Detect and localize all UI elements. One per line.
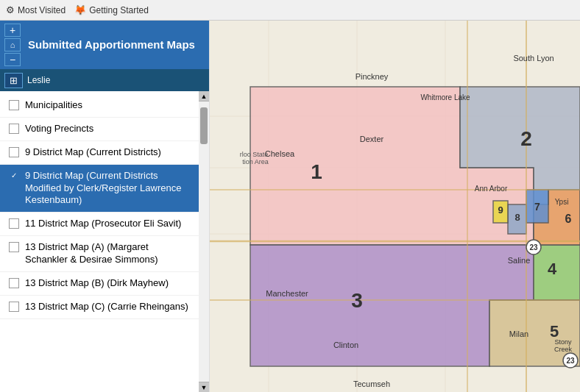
svg-text:Chelsea: Chelsea	[265, 149, 295, 158]
svg-text:23: 23	[566, 357, 575, 365]
svg-text:Dexter: Dexter	[360, 135, 384, 143]
svg-text:Pinckney: Pinckney	[356, 72, 389, 81]
getting-started-label: Getting Started	[89, 5, 149, 15]
checkbox-13-district-c[interactable]	[9, 302, 19, 312]
nav-plus-button[interactable]: +	[4, 24, 21, 37]
scroll-up-button[interactable]: ▲	[199, 91, 209, 101]
label-9-district-current: 9 District Map (Current Districts)	[25, 146, 190, 159]
svg-text:Tecumseh: Tecumseh	[353, 379, 390, 388]
svg-text:South Lyon: South Lyon	[513, 54, 554, 63]
label-13-district-c: 13 District Map (C) (Carrie Rheingans)	[25, 301, 190, 313]
svg-text:7: 7	[534, 201, 540, 213]
sidebar-item-9-district-current[interactable]: 9 District Map (Current Districts)	[0, 141, 199, 165]
svg-text:tion Area: tion Area	[242, 158, 269, 165]
most-visited-label: Most Visited	[18, 5, 66, 15]
svg-text:4: 4	[548, 260, 557, 278]
sidebar-item-13-district-b[interactable]: 13 District Map (B) (Dirk Mayhew)	[0, 272, 199, 296]
svg-text:Ypsi: Ypsi	[555, 198, 569, 206]
svg-text:6: 6	[565, 213, 572, 225]
sidebar-list: Municipalities Voting Precincts 9 Distri…	[0, 91, 199, 392]
sidebar-item-municipalities[interactable]: Municipalities	[0, 94, 199, 118]
nav-minus-button[interactable]: −	[4, 53, 21, 66]
svg-text:1: 1	[311, 160, 322, 183]
nav-home-button[interactable]: ⌂	[4, 38, 21, 51]
map-svg: 1 2 3 4 5 6 7 8 9 23 23 Pinckney South L…	[210, 21, 580, 392]
checkbox-9-district-modified[interactable]	[9, 171, 19, 181]
firefox-icon: 🦊	[74, 4, 86, 15]
svg-text:Stony: Stony	[554, 338, 572, 346]
layer-icon-button[interactable]: ⊞	[4, 73, 23, 88]
label-municipalities: Municipalities	[25, 99, 190, 112]
svg-text:9: 9	[498, 204, 503, 215]
scroll-down-button[interactable]: ▼	[199, 382, 209, 392]
svg-text:Creek: Creek	[554, 346, 573, 353]
svg-marker-12	[534, 245, 580, 300]
browser-toolbar: ⚙ Most Visited 🦊 Getting Started	[0, 0, 580, 21]
label-11-district: 11 District Map (Prosecutor Eli Savit)	[25, 218, 190, 230]
sidebar: + ⌂ − Submitted Apportionment Maps ⊞ Les…	[0, 21, 210, 392]
svg-text:Milan: Milan	[509, 329, 528, 338]
svg-text:Saline: Saline	[508, 256, 531, 265]
main-content: + ⌂ − Submitted Apportionment Maps ⊞ Les…	[0, 21, 580, 392]
checkbox-13-district-b[interactable]	[9, 278, 19, 288]
svg-text:Ann Arbor: Ann Arbor	[475, 185, 508, 193]
scroll-thumb[interactable]	[200, 107, 208, 144]
most-visited-item[interactable]: ⚙ Most Visited	[6, 4, 66, 15]
sidebar-item-11-district[interactable]: 11 District Map (Prosecutor Eli Savit)	[0, 213, 199, 236]
svg-text:3: 3	[351, 289, 363, 312]
label-9-district-modified: 9 District Map (Current Districts Modifi…	[25, 170, 190, 207]
sidebar-header-title: Submitted Apportionment Maps	[28, 38, 195, 51]
checkbox-municipalities[interactable]	[9, 100, 19, 110]
svg-text:Manchester: Manchester	[266, 289, 308, 298]
map-container[interactable]: 1 2 3 4 5 6 7 8 9 23 23 Pinckney South L…	[210, 21, 580, 392]
checkbox-11-district[interactable]	[9, 218, 19, 229]
sidebar-item-13-district-c[interactable]: 13 District Map (C) (Carrie Rheingans)	[0, 296, 199, 319]
layers-icon: ⊞	[10, 75, 18, 86]
svg-text:2: 2	[520, 127, 532, 150]
svg-text:23: 23	[529, 243, 538, 252]
label-13-district-a: 13 District Map (A) (Margaret Schankler …	[25, 241, 190, 266]
svg-text:Clinton: Clinton	[333, 341, 358, 349]
label-voting-precincts: Voting Precincts	[25, 123, 190, 135]
sidebar-item-voting-precincts[interactable]: Voting Precincts	[0, 118, 199, 141]
gear-icon: ⚙	[6, 4, 15, 15]
checkbox-13-district-a[interactable]	[9, 242, 19, 252]
svg-text:8: 8	[514, 212, 520, 223]
label-13-district-b: 13 District Map (B) (Dirk Mayhew)	[25, 277, 190, 290]
svg-text:rloo State: rloo State	[240, 151, 269, 158]
getting-started-item[interactable]: 🦊 Getting Started	[74, 4, 149, 15]
svg-text:Whitmore Lake: Whitmore Lake	[420, 93, 470, 101]
checkbox-9-district-current[interactable]	[9, 147, 19, 157]
nav-location-label: Leslie	[27, 75, 50, 85]
sidebar-item-9-district-modified[interactable]: 9 District Map (Current Districts Modifi…	[0, 165, 199, 213]
sidebar-item-13-district-a[interactable]: 13 District Map (A) (Margaret Schankler …	[0, 236, 199, 272]
checkbox-voting-precincts[interactable]	[9, 124, 19, 134]
